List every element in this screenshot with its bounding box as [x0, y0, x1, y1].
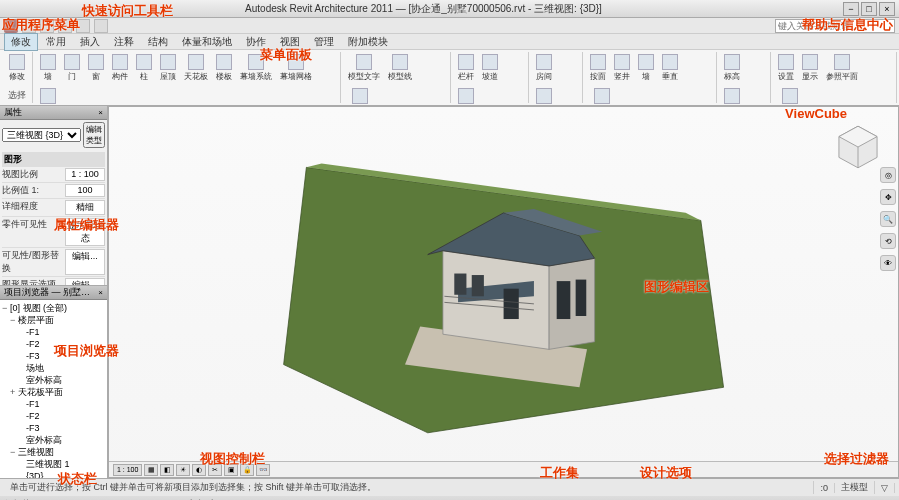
props-graphics-header: 图形 — [2, 152, 105, 167]
orbit-icon[interactable]: ⟲ — [880, 233, 896, 249]
ribbon-btn-构件[interactable]: 构件 — [109, 52, 131, 84]
ribbon-btn-墙[interactable]: 墙 — [37, 52, 59, 84]
tree-node[interactable]: −三维视图 — [2, 446, 105, 458]
tree-node[interactable]: -F2 — [2, 338, 105, 350]
tree-node[interactable]: −楼层平面 — [2, 314, 105, 326]
tab-annotate[interactable]: 注释 — [108, 34, 140, 50]
help-search-input[interactable] — [775, 19, 895, 33]
browser-close-icon[interactable]: × — [98, 288, 103, 297]
qat-open-icon[interactable] — [22, 19, 36, 33]
type-selector[interactable]: 三维视图 {3D} — [2, 128, 81, 142]
ribbon-btn-幕墙系统[interactable]: 幕墙系统 — [237, 52, 275, 84]
tree-node[interactable]: -F3 — [2, 422, 105, 434]
ribbon-btn-楼板[interactable]: 楼板 — [213, 52, 235, 84]
ribbon-btn-屋顶[interactable]: 屋顶 — [157, 52, 179, 84]
ribbon-btn-垂直[interactable]: 垂直 — [659, 52, 681, 84]
ribbon-btn-竖井[interactable]: 竖井 — [611, 52, 633, 84]
ribbon-btn-柱[interactable]: 柱 — [133, 52, 155, 84]
ribbon-btn-门[interactable]: 门 — [61, 52, 83, 84]
ribbon-btn-修改[interactable]: 修改 — [6, 52, 28, 84]
minimize-button[interactable]: − — [843, 2, 859, 16]
ribbon-group-模型: 模型文字模型线模型组模型 — [341, 52, 451, 103]
qat-print-icon[interactable] — [94, 19, 108, 33]
tree-node[interactable]: +天花板平面 — [2, 386, 105, 398]
workset-status[interactable]: :0 — [814, 483, 835, 493]
tab-addins[interactable]: 附加模块 — [342, 34, 394, 50]
tab-manage[interactable]: 管理 — [308, 34, 340, 50]
ribbon-btn-窗[interactable]: 窗 — [85, 52, 107, 84]
ribbon-btn-幕墙网格[interactable]: 幕墙网格 — [277, 52, 315, 84]
title-bar: Autodesk Revit Architecture 2011 — [协企通_… — [0, 0, 899, 18]
sun-path-icon[interactable]: ☀ — [176, 464, 190, 476]
visual-style-icon[interactable]: ◧ — [160, 464, 174, 476]
tree-node[interactable]: −[0] 视图 (全部) — [2, 302, 105, 314]
look-icon[interactable]: 👁 — [880, 255, 896, 271]
scale-button[interactable]: 1 : 100 — [113, 464, 142, 476]
maximize-button[interactable]: □ — [861, 2, 877, 16]
qat-undo-icon[interactable] — [58, 19, 72, 33]
房间-icon — [536, 54, 552, 70]
ribbon-btn-栏杆[interactable]: 栏杆 — [455, 52, 477, 84]
shadows-icon[interactable]: ◐ — [192, 464, 206, 476]
view-cube[interactable] — [832, 121, 884, 173]
tree-node[interactable]: -F2 — [2, 410, 105, 422]
tab-insert[interactable]: 插入 — [74, 34, 106, 50]
ribbon-btn-房间[interactable]: 房间 — [533, 52, 555, 84]
tree-node[interactable]: 三维视图 1 — [2, 458, 105, 470]
tree-node[interactable]: {3D} — [2, 470, 105, 478]
properties-close-icon[interactable]: × — [98, 108, 103, 117]
app-menu-button[interactable] — [4, 19, 18, 33]
ribbon-btn-模型文字[interactable]: 模型文字 — [345, 52, 383, 84]
qat-save-icon[interactable] — [40, 19, 54, 33]
ribbon-btn-设置[interactable]: 设置 — [775, 52, 797, 84]
pan-icon[interactable]: ✥ — [880, 189, 896, 205]
nav-wheel-icon[interactable]: ◎ — [880, 167, 896, 183]
tab-massing[interactable]: 体量和场地 — [176, 34, 238, 50]
tab-modify[interactable]: 修改 — [4, 33, 38, 51]
ribbon-btn-坡道[interactable]: 坡道 — [479, 52, 501, 84]
props-row[interactable]: 比例值 1:100 — [2, 183, 105, 199]
ribbon-btn-天花板[interactable]: 天花板 — [181, 52, 211, 84]
edit-type-button[interactable]: 编辑类型 — [83, 122, 105, 148]
zoom-icon[interactable]: 🔍 — [880, 211, 896, 227]
props-row[interactable]: 详细程度精细 — [2, 199, 105, 217]
props-row[interactable]: 零件可见性显示原状态 — [2, 217, 105, 248]
tab-home[interactable]: 常用 — [40, 34, 72, 50]
tree-node[interactable]: -F1 — [2, 398, 105, 410]
ribbon-btn-参照平面[interactable]: 参照平面 — [823, 52, 861, 84]
ribbon-btn-按面[interactable]: 按面 — [587, 52, 609, 84]
tab-view[interactable]: 视图 — [274, 34, 306, 50]
ribbon-btn-标高[interactable]: 标高 — [721, 52, 743, 84]
ribbon-group-选择: 修改选择 — [2, 52, 33, 103]
tree-node[interactable]: -F3 — [2, 350, 105, 362]
temp-hide-icon[interactable]: 👓 — [256, 464, 270, 476]
props-row[interactable]: 视图比例1 : 100 — [2, 167, 105, 183]
design-option-status[interactable]: 主模型 — [835, 481, 875, 494]
svg-rect-10 — [503, 288, 518, 318]
lock-view-icon[interactable]: 🔒 — [240, 464, 254, 476]
crop-view-icon[interactable]: ✂ — [208, 464, 222, 476]
tab-collaborate[interactable]: 协作 — [240, 34, 272, 50]
project-tree[interactable]: −[0] 视图 (全部)−楼层平面-F1-F2-F3场地室外标高+天花板平面-F… — [0, 300, 107, 478]
filter-icon[interactable]: ▽ — [875, 483, 895, 493]
ribbon-group-基准: 标高轴网基准 — [717, 52, 771, 103]
crop-region-icon[interactable]: ▣ — [224, 464, 238, 476]
tree-node[interactable]: 室外标高 — [2, 374, 105, 386]
竖梃-icon — [40, 88, 56, 104]
参照平面-icon — [834, 54, 850, 70]
drawing-canvas[interactable]: ◎ ✥ 🔍 ⟲ 👁 1 : 100 ▦ ◧ ☀ ◐ ✂ ▣ 🔒 👓 — [108, 106, 899, 478]
tree-node[interactable]: -F1 — [2, 326, 105, 338]
ribbon-btn-模型线[interactable]: 模型线 — [385, 52, 415, 84]
close-button[interactable]: × — [879, 2, 895, 16]
tree-node[interactable]: 室外标高 — [2, 434, 105, 446]
设置-icon — [778, 54, 794, 70]
qat-redo-icon[interactable] — [76, 19, 90, 33]
ribbon-btn-墙[interactable]: 墙 — [635, 52, 657, 84]
props-row[interactable]: 可见性/图形替换编辑... — [2, 248, 105, 277]
props-row[interactable]: 图形显示选项编辑... — [2, 277, 105, 286]
tab-structure[interactable]: 结构 — [142, 34, 174, 50]
detail-level-icon[interactable]: ▦ — [144, 464, 158, 476]
ribbon-btn-显示[interactable]: 显示 — [799, 52, 821, 84]
按面-icon — [590, 54, 606, 70]
tree-node[interactable]: 场地 — [2, 362, 105, 374]
